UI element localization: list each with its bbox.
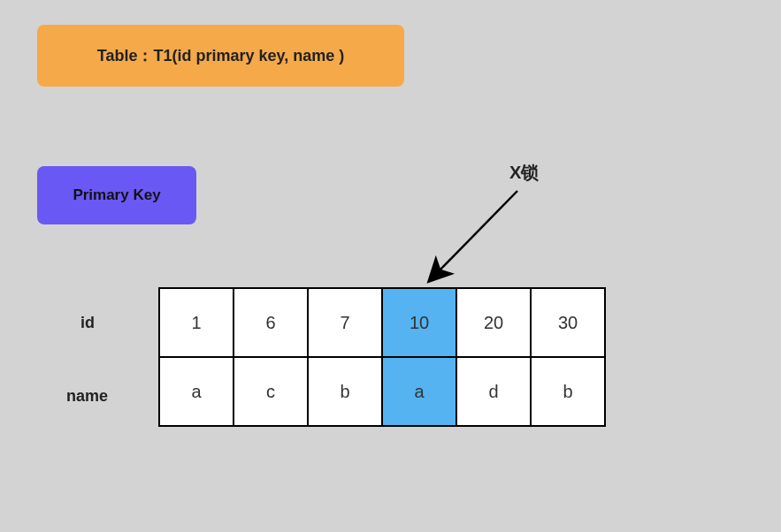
row-label-name: name bbox=[66, 387, 108, 406]
table-cell: c bbox=[234, 357, 308, 426]
table-cell: b bbox=[531, 357, 605, 426]
data-table: 1 6 7 10 20 30 a c b a d b bbox=[158, 287, 606, 427]
table-cell: 20 bbox=[456, 288, 531, 357]
table-cell: b bbox=[308, 357, 382, 426]
table-title-banner: Table：T1(id primary key, name ) bbox=[37, 25, 404, 87]
table-cell: a bbox=[159, 357, 234, 426]
table-cell: 7 bbox=[308, 288, 382, 357]
row-label-id: id bbox=[80, 314, 95, 332]
table-cell: 30 bbox=[531, 288, 605, 357]
table-cell: d bbox=[456, 357, 531, 426]
x-lock-label: X锁 bbox=[509, 161, 539, 185]
table-cell-highlighted: 10 bbox=[382, 288, 456, 357]
table-cell: 1 bbox=[159, 288, 234, 357]
table-cell-highlighted: a bbox=[382, 357, 456, 426]
table-title-text: Table：T1(id primary key, name ) bbox=[97, 45, 344, 66]
table-cell: 6 bbox=[234, 288, 308, 357]
table-row: 1 6 7 10 20 30 bbox=[159, 288, 605, 357]
primary-key-box: Primary Key bbox=[37, 166, 196, 224]
arrow-icon bbox=[420, 186, 553, 292]
primary-key-label: Primary Key bbox=[73, 186, 160, 204]
table-row: a c b a d b bbox=[159, 357, 605, 426]
svg-line-0 bbox=[436, 191, 517, 274]
